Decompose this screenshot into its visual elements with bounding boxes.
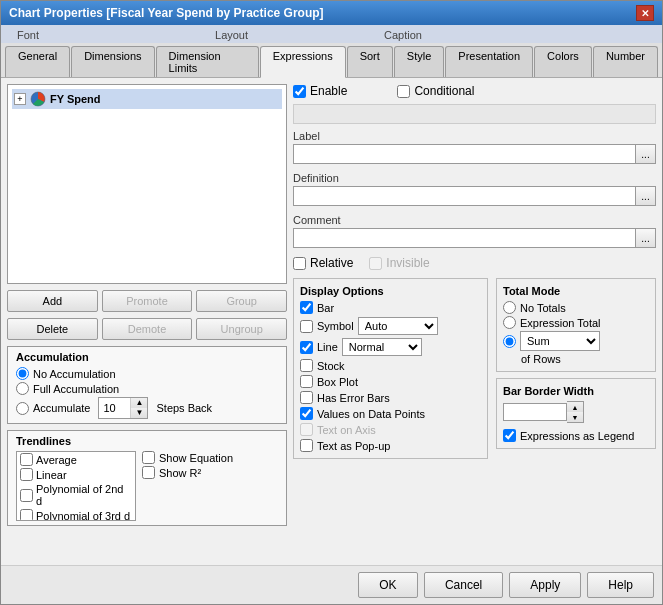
conditional-label[interactable]: Conditional [397, 84, 474, 98]
bar-border-spinner: ▲ ▼ [567, 401, 584, 423]
bar-border-title: Bar Border Width [503, 385, 649, 397]
bar-border-input-row: 0 pt ▲ ▼ [503, 401, 649, 423]
conditional-check[interactable] [397, 85, 410, 98]
trendline-linear-check[interactable] [20, 468, 33, 481]
enable-label[interactable]: Enable [293, 84, 347, 98]
tab-general[interactable]: General [5, 46, 70, 77]
delete-button[interactable]: Delete [7, 318, 98, 340]
top-buttons-row: Add Promote Group [7, 290, 287, 312]
expression-total-row: Expression Total [503, 316, 649, 329]
tab-group-layout: Layout [207, 27, 256, 43]
bar-border-box: Bar Border Width 0 pt ▲ ▼ Expressions as… [496, 378, 656, 449]
no-accumulation-radio[interactable] [16, 367, 29, 380]
values-on-data-points-check[interactable] [300, 407, 313, 420]
show-equation-label[interactable]: Show Equation [142, 451, 233, 464]
label-field-label: Label [293, 130, 656, 142]
box-plot-check[interactable] [300, 375, 313, 388]
tab-expressions[interactable]: Expressions [260, 46, 346, 78]
bar-border-down[interactable]: ▼ [567, 412, 583, 422]
definition-ellipsis-button[interactable]: ... [636, 186, 656, 206]
ok-button[interactable]: OK [358, 572, 418, 598]
label-input[interactable]: FY Spend [293, 144, 636, 164]
no-totals-radio[interactable] [503, 301, 516, 314]
box-plot-label: Box Plot [317, 376, 358, 388]
tabs-row: General Dimensions Dimension Limits Expr… [1, 43, 662, 78]
relative-check[interactable] [293, 257, 306, 270]
show-r2-check[interactable] [142, 466, 155, 479]
promote-button[interactable]: Promote [102, 290, 193, 312]
show-r2-label[interactable]: Show R² [142, 466, 233, 479]
ungroup-button[interactable]: Ungroup [196, 318, 287, 340]
apply-button[interactable]: Apply [509, 572, 581, 598]
tab-colors[interactable]: Colors [534, 46, 592, 77]
expressions-as-legend-label[interactable]: Expressions as Legend [503, 429, 649, 442]
expression-total-label: Expression Total [520, 317, 601, 329]
trendline-linear[interactable]: Linear [17, 467, 135, 482]
tab-number[interactable]: Number [593, 46, 658, 77]
line-check[interactable] [300, 341, 313, 354]
text-on-axis-check[interactable] [300, 423, 313, 436]
trendline-poly3[interactable]: Polynomial of 3rd d [17, 508, 135, 521]
bar-check[interactable] [300, 301, 313, 314]
close-button[interactable]: ✕ [636, 5, 654, 21]
trendline-poly2[interactable]: Polynomial of 2nd d [17, 482, 135, 508]
bar-border-up[interactable]: ▲ [567, 402, 583, 412]
has-error-bars-row: Has Error Bars [300, 391, 438, 404]
invisible-label[interactable]: Invisible [369, 256, 429, 270]
steps-down-arrow[interactable]: ▼ [131, 408, 147, 418]
tab-presentation[interactable]: Presentation [445, 46, 533, 77]
tab-sort[interactable]: Sort [347, 46, 393, 77]
trendline-poly2-check[interactable] [20, 489, 33, 502]
full-accumulation-radio[interactable] [16, 382, 29, 395]
no-accumulation-row: No Accumulation [16, 367, 278, 380]
demote-button[interactable]: Demote [102, 318, 193, 340]
bottom-buttons: OK Cancel Apply Help [1, 565, 662, 604]
invisible-check[interactable] [369, 257, 382, 270]
trendline-poly3-check[interactable] [20, 509, 33, 521]
tab-dimension-limits[interactable]: Dimension Limits [156, 46, 259, 77]
show-equation-check[interactable] [142, 451, 155, 464]
tab-style[interactable]: Style [394, 46, 444, 77]
steps-back-label: Steps Back [156, 402, 212, 414]
tree-item-fy-spend[interactable]: + FY Spend [12, 89, 282, 109]
accumulate-radio[interactable] [16, 402, 29, 415]
stock-check[interactable] [300, 359, 313, 372]
comment-ellipsis-button[interactable]: ... [636, 228, 656, 248]
accumulation-title: Accumulation [16, 351, 278, 363]
help-button[interactable]: Help [587, 572, 654, 598]
steps-up-arrow[interactable]: ▲ [131, 398, 147, 408]
text-on-axis-label: Text on Axis [317, 424, 376, 436]
tree-expand-icon[interactable]: + [14, 93, 26, 105]
steps-back-spinner: 10 ▲ ▼ [98, 397, 148, 419]
expressions-tree[interactable]: + FY Spend [7, 84, 287, 284]
symbol-check[interactable] [300, 320, 313, 333]
sum-select[interactable]: Sum Average Min Max [520, 331, 600, 351]
trendline-average[interactable]: Average [17, 452, 135, 467]
add-button[interactable]: Add [7, 290, 98, 312]
relative-label[interactable]: Relative [293, 256, 353, 270]
trendlines-list[interactable]: Average Linear Polynomial of 2nd d [16, 451, 136, 521]
tab-group-font: Font [9, 27, 47, 43]
trendline-average-check[interactable] [20, 453, 33, 466]
group-button[interactable]: Group [196, 290, 287, 312]
left-panel: + FY Spend Add Promote Group Delete [7, 84, 287, 559]
tab-dimensions[interactable]: Dimensions [71, 46, 154, 77]
stock-row: Stock [300, 359, 438, 372]
cancel-button[interactable]: Cancel [424, 572, 503, 598]
line-select[interactable]: Normal Dashed Dotted [342, 338, 422, 356]
bar-border-input[interactable]: 0 pt [503, 403, 567, 421]
definition-input[interactable]: proval - Total (Including Tax)] ), '$#,#… [293, 186, 636, 206]
sum-radio[interactable] [503, 335, 516, 348]
line-label: Line [317, 341, 338, 353]
has-error-bars-check[interactable] [300, 391, 313, 404]
enable-check[interactable] [293, 85, 306, 98]
comment-input[interactable] [293, 228, 636, 248]
sum-row: Sum Average Min Max [503, 331, 649, 351]
bar-row: Bar [300, 301, 438, 314]
expressions-as-legend-check[interactable] [503, 429, 516, 442]
expression-total-radio[interactable] [503, 316, 516, 329]
text-as-popup-check[interactable] [300, 439, 313, 452]
steps-back-input[interactable]: 10 [99, 400, 130, 416]
symbol-select[interactable]: Auto Circle Square [358, 317, 438, 335]
label-ellipsis-button[interactable]: ... [636, 144, 656, 164]
